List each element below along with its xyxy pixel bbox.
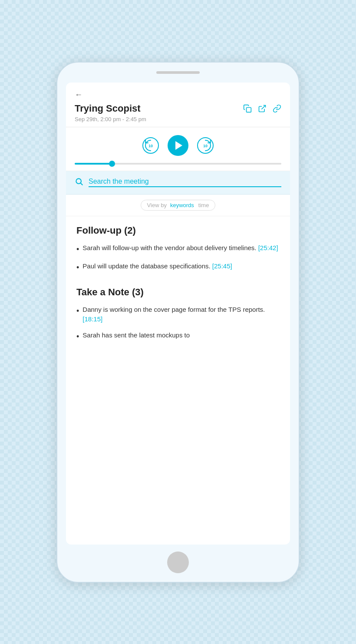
content-area: Follow-up (2) • Sarah will follow-up wit… [66,216,290,545]
meeting-date: Sep 29th, 2:00 pm - 2:45 pm [75,116,281,122]
play-button[interactable] [168,135,188,156]
svg-rect-0 [247,107,251,112]
view-by-widget: View by keywords time [141,200,216,211]
followup-list: • Sarah will follow-up with the vendor a… [76,243,280,274]
bullet-dot: • [76,244,79,255]
home-button[interactable] [167,552,189,573]
list-item: • Paul will update the database specific… [76,261,280,274]
forward-button[interactable]: 10 [197,137,214,154]
timestamp-link[interactable]: [18:15] [82,315,102,323]
phone-screen: ← Trying Scopist [66,83,290,545]
section-followup: Follow-up (2) • Sarah will follow-up wit… [76,225,280,274]
section-take-a-note: Take a Note (3) • Danny is working on th… [76,287,280,343]
svg-point-4 [76,178,81,184]
list-item: • Danny is working on the cover page for… [76,305,280,324]
phone-notch [156,71,200,74]
rewind-button[interactable]: 10 [142,137,159,154]
view-by-time-tab[interactable]: time [198,202,209,208]
play-triangle-icon [175,141,182,150]
search-icon [75,177,83,188]
progress-handle[interactable] [109,161,115,167]
header: ← Trying Scopist [66,83,290,127]
bullet-dot: • [76,305,79,317]
list-item: • Sarah will follow-up with the vendor a… [76,243,280,255]
svg-line-5 [81,183,83,185]
note-list: • Danny is working on the cover page for… [76,305,280,343]
view-by-keywords-tab[interactable]: keywords [170,202,194,208]
export-icon[interactable] [258,104,267,113]
item-text: Paul will update the database specificat… [82,261,232,271]
item-text: Danny is working on the cover page forma… [82,305,280,324]
progress-bar[interactable] [75,163,281,165]
view-by-bar: View by keywords time [66,195,290,216]
search-area [66,171,290,195]
bullet-dot: • [76,262,79,274]
svg-line-1 [261,105,265,109]
item-text: Sarah will follow-up with the vendor abo… [82,243,278,253]
timestamp-link[interactable]: [25:45] [212,262,232,270]
progress-fill [75,163,112,165]
phone-frame: ← Trying Scopist [56,62,300,583]
player-controls: 10 10 [142,135,214,156]
meeting-title: Trying Scopist [75,103,243,114]
list-item: • Sarah has sent the latest mockups to [76,330,280,343]
copy-icon[interactable] [243,104,252,113]
svg-text:10: 10 [203,144,208,148]
header-icons [243,104,281,113]
bullet-dot: • [76,331,79,343]
section-note-title: Take a Note (3) [76,287,280,298]
timestamp-link[interactable]: [25:42] [258,244,278,251]
audio-player: 10 10 [66,127,290,171]
search-input[interactable] [89,178,281,187]
svg-text:10: 10 [148,144,153,148]
section-followup-title: Follow-up (2) [76,225,280,236]
back-button[interactable]: ← [75,90,82,99]
view-by-label: View by [147,202,167,208]
link-icon[interactable] [273,104,281,113]
item-text: Sarah has sent the latest mockups to [82,330,190,340]
